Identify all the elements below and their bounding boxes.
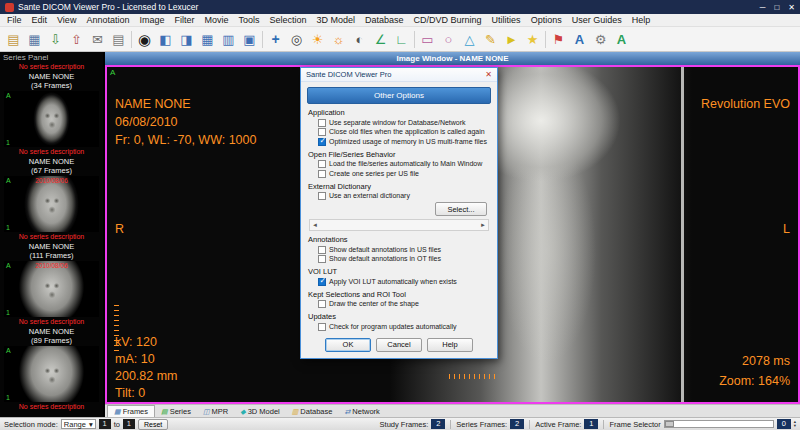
arrow-tool-icon[interactable]: ► [501,29,522,50]
checkbox[interactable] [318,278,326,286]
menu-database[interactable]: Database [360,14,409,27]
checkbox[interactable] [318,192,326,200]
checkbox-row[interactable]: Load the file/series automatically to Ma… [318,160,497,168]
series-item[interactable]: NAME NONE (89 Frames) A 1 No series desc… [0,327,103,411]
flag-icon[interactable]: ⚑ [548,29,569,50]
menu-3d-model[interactable]: 3D Model [312,14,361,27]
menu-selection[interactable]: Selection [264,14,311,27]
checkbox-row[interactable]: Draw the center of the shape [318,300,497,308]
menu-view[interactable]: View [52,14,81,27]
layout-grid-icon[interactable]: ▦ [197,29,218,50]
polygon-tool-icon[interactable]: △ [459,29,480,50]
series-thumbnail[interactable]: A 2010/08/06 1 [4,176,99,232]
import-icon[interactable]: ⇩ [45,29,66,50]
menu-tools[interactable]: Tools [233,14,264,27]
menu-annotation[interactable]: Annotation [81,14,134,27]
checkbox[interactable] [318,255,326,263]
selection-mode-dropdown[interactable]: Range ▾ [61,419,96,429]
export-icon[interactable]: ⇧ [66,29,87,50]
series-thumbnail[interactable]: A 1 [4,91,99,147]
menu-utilities[interactable]: Utilities [487,14,526,27]
range-end-field[interactable]: 1 [123,419,135,429]
fullscreen-icon[interactable]: ▣ [239,29,260,50]
dialog-close-button[interactable]: ✕ [482,70,495,79]
tab-mpr[interactable]: ◫ MPR [197,405,234,417]
minimize-button[interactable]: ─ [760,3,766,12]
checkbox[interactable] [318,170,326,178]
ok-button[interactable]: OK [325,338,371,352]
menu-user-guides[interactable]: User Guides [567,14,627,27]
checkbox[interactable] [318,323,326,331]
checkbox-row[interactable]: Show default annotations in US files [318,246,497,254]
open-folder-icon[interactable]: ▤ [3,29,24,50]
star-icon[interactable]: ★ [522,29,543,50]
menu-edit[interactable]: Edit [27,14,53,27]
menu-cd-dvd-burning[interactable]: CD/DVD Burning [409,14,487,27]
save-icon[interactable]: ▦ [24,29,45,50]
print-icon[interactable]: ▤ [108,29,129,50]
reset-button[interactable]: Reset [138,419,168,430]
text-tool-icon[interactable]: A [569,29,590,50]
tab-database[interactable]: ▥ Database [286,405,339,417]
tab-network[interactable]: ⇄ Network [338,405,385,417]
sun-icon[interactable]: ☀ [307,29,328,50]
series-thumbnail[interactable]: A 1 [4,346,99,402]
checkbox-row[interactable]: Optimized usage of memory in US multi-fr… [318,138,497,146]
menu-options[interactable]: Options [526,14,567,27]
checkbox[interactable] [318,160,326,168]
range-start-field[interactable]: 1 [99,419,111,429]
series-item[interactable]: NAME NONE (34 Frames) A 1 No series desc… [0,72,103,156]
checkbox[interactable] [318,128,326,136]
brightness-icon[interactable]: ☼ [328,29,349,50]
menu-file[interactable]: File [2,14,27,27]
pencil-icon[interactable]: ✎ [480,29,501,50]
dictionary-scrollbar[interactable]: ◄ ► [309,219,489,231]
eye-icon[interactable]: ◉ [134,29,155,50]
spin-down-icon[interactable]: ▾ [794,424,796,428]
checkbox-row[interactable]: Use an external dictionary [318,192,497,200]
checkbox-row[interactable]: Create one series per US file [318,170,497,178]
checkbox[interactable] [318,119,326,127]
slider-thumb[interactable] [665,421,674,427]
ellipse-tool-icon[interactable]: ○ [438,29,459,50]
checkbox-row[interactable]: Show default annotations in OT files [318,255,497,263]
menu-image[interactable]: Image [134,14,169,27]
close-button[interactable]: ✕ [788,3,795,12]
annotation-text-icon[interactable]: A [611,29,632,50]
frame-selector-slider[interactable] [664,420,774,428]
menu-help[interactable]: Help [627,14,656,27]
series-item[interactable]: NAME NONE (111 Frames) A 2010/08/06 1 No… [0,242,103,326]
series-thumbnail[interactable]: A 2010/08/06 1 [4,261,99,317]
layout-left-icon[interactable]: ◧ [155,29,176,50]
checkbox[interactable] [318,300,326,308]
checkbox[interactable] [318,138,326,146]
select-button[interactable]: Select... [435,202,487,216]
tab-series[interactable]: ▤ Series [155,405,197,417]
maximize-button[interactable]: □ [774,3,779,12]
checkbox-row[interactable]: Apply VOI LUT automatically when exists [318,278,497,286]
tab-frames[interactable]: ▦ Frames [107,405,155,417]
frame-spinner[interactable]: ▴ ▾ [794,420,796,428]
checkbox[interactable] [318,246,326,254]
layout-right-icon[interactable]: ◨ [176,29,197,50]
scrollbar-track[interactable] [318,220,480,230]
invert-icon[interactable]: ◐ [349,29,370,50]
ruler-icon[interactable]: ∠ [370,29,391,50]
help-button[interactable]: Help [427,338,473,352]
tile-windows-icon[interactable]: ▥ [218,29,239,50]
scroll-right-arrow-icon[interactable]: ► [480,222,486,228]
menu-movie[interactable]: Movie [199,14,233,27]
rect-tool-icon[interactable]: ▭ [417,29,438,50]
tab-3d-model[interactable]: ◆ 3D Model [234,405,286,417]
gear-icon[interactable]: ⚙ [590,29,611,50]
checkbox-row[interactable]: Close old files when the application is … [318,128,497,136]
checkbox-row[interactable]: Check for program updates automatically [318,323,497,331]
mail-icon[interactable]: ✉ [87,29,108,50]
zoom-icon[interactable]: ◎ [286,29,307,50]
series-item[interactable]: NAME NONE (67 Frames) A 2010/08/06 1 No … [0,157,103,241]
checkbox-row[interactable]: Use separate window for Database/Network [318,119,497,127]
image-window-titlebar[interactable]: Image Window - NAME NONE [105,52,800,65]
cancel-button[interactable]: Cancel [376,338,422,352]
pan-icon[interactable]: + [265,29,286,50]
menu-filter[interactable]: Filter [169,14,199,27]
